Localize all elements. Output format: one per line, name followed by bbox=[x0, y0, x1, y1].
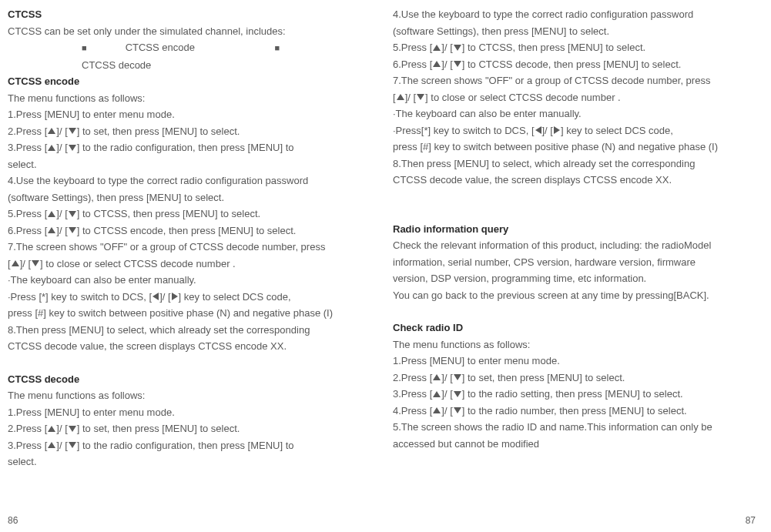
page-number-left: 86 bbox=[8, 515, 18, 526]
text-line: 8.Then press [MENU] to select, which alr… bbox=[393, 156, 739, 172]
text-line: (software Settings), then press [MENU] t… bbox=[8, 189, 347, 206]
up-icon bbox=[433, 61, 441, 67]
heading-check-id: Check radio ID bbox=[393, 320, 739, 336]
text-line: 4.Press []/ [] to the radio number, then… bbox=[393, 403, 739, 420]
text-line: 2.Press []/ [] to set, then press [MENU]… bbox=[393, 370, 739, 386]
text-line: 1.Press [MENU] to enter menu mode. bbox=[8, 404, 347, 421]
text-line: 5.Press []/ [] to CTCSS, then press [MEN… bbox=[8, 206, 347, 223]
text-line: 1.Press [MENU] to enter menu mode. bbox=[393, 353, 739, 370]
down-icon bbox=[32, 260, 39, 266]
heading-encode: CTCSS encode bbox=[8, 73, 347, 90]
square-icon: ■ bbox=[275, 40, 280, 57]
text-line: 4.Use the keyboard to type the correct r… bbox=[393, 6, 739, 23]
text-line: 4.Use the keyboard to type the correct r… bbox=[8, 172, 347, 189]
text-line: ·Press[*] key to switch to DCS, []/ [] k… bbox=[393, 122, 739, 139]
text-line: CTCSS decode value, the screen displays … bbox=[393, 172, 739, 189]
down-icon bbox=[69, 426, 76, 432]
text-line: The menu functions as follows: bbox=[8, 90, 347, 107]
up-icon bbox=[48, 128, 55, 134]
text-line: information, serial number, CPS version,… bbox=[393, 254, 739, 271]
up-icon bbox=[397, 94, 404, 100]
text-line: You can go back to the previous screen a… bbox=[393, 287, 739, 304]
blank-line bbox=[393, 189, 739, 205]
down-icon bbox=[417, 94, 424, 100]
text-line: 3.Press []/ [] to the radio configuratio… bbox=[8, 437, 347, 454]
up-icon bbox=[433, 407, 441, 413]
left-icon bbox=[153, 293, 159, 300]
down-icon bbox=[69, 227, 76, 233]
heading-decode: CTCSS decode bbox=[8, 371, 347, 388]
text-line: Check the relevant information of this p… bbox=[393, 237, 739, 254]
up-icon bbox=[48, 442, 55, 448]
text-line: []/ [] to close or select CTCSS decode n… bbox=[393, 89, 739, 106]
down-icon bbox=[454, 391, 461, 397]
blank-line bbox=[8, 355, 347, 371]
text-line: press [#] key to switch between positive… bbox=[8, 305, 347, 322]
text-line: 3.Press []/ [] to the radio setting, the… bbox=[393, 386, 739, 403]
down-icon bbox=[454, 407, 461, 413]
down-icon bbox=[454, 61, 461, 67]
up-icon bbox=[12, 260, 19, 266]
text-line: version, DSP version, programming time, … bbox=[393, 270, 739, 287]
page-number-right: 87 bbox=[746, 515, 756, 526]
text-line: 3.Press []/ [] to the radio configuratio… bbox=[8, 139, 347, 156]
down-icon bbox=[454, 374, 461, 380]
down-icon bbox=[454, 45, 461, 51]
text-line: 8.Then press [MENU] to select, which alr… bbox=[8, 322, 347, 339]
text-line: 7.The screen shows "OFF" or a group of C… bbox=[8, 239, 347, 256]
text-line: 1.Press [MENU] to enter menu mode. bbox=[8, 106, 347, 123]
text-line: 2.Press []/ [] to set, then press [MENU]… bbox=[8, 123, 347, 140]
down-icon bbox=[69, 145, 76, 151]
up-icon bbox=[48, 145, 55, 151]
sub-options: ■CTCSS encode ■CTCSS decode bbox=[82, 39, 347, 73]
right-icon bbox=[172, 293, 178, 300]
text-line: 6.Press []/ [] to CTCSS encode, then pre… bbox=[8, 223, 347, 239]
text-line: ·The keyboard can also be enter manually… bbox=[8, 272, 347, 289]
blank-line bbox=[393, 205, 739, 221]
text-line: select. bbox=[8, 453, 347, 470]
opt-encode: ■CTCSS encode bbox=[82, 42, 233, 53]
text-line: 2.Press []/ [] to set, then press [MENU]… bbox=[8, 420, 347, 437]
up-icon bbox=[433, 45, 441, 51]
blank-line bbox=[393, 303, 739, 320]
text-line: The menu functions as follows: bbox=[393, 336, 739, 353]
left-icon bbox=[535, 126, 541, 134]
square-icon: ■ bbox=[82, 40, 87, 57]
up-icon bbox=[48, 426, 55, 432]
text-line: The menu functions as follows: bbox=[8, 387, 347, 404]
up-icon bbox=[433, 374, 441, 380]
text-line: 5.The screen shows the radio ID and name… bbox=[393, 419, 739, 436]
heading-ctcss: CTCSS bbox=[8, 6, 347, 23]
up-icon bbox=[433, 391, 441, 397]
text-line: 5.Press []/ [] to CTCSS, then press [MEN… bbox=[393, 39, 739, 56]
up-icon bbox=[48, 227, 55, 233]
text-line: select. bbox=[8, 156, 347, 173]
heading-radio-info: Radio information query bbox=[393, 221, 739, 238]
text-line: ·The keyboard can also be enter manually… bbox=[393, 105, 739, 122]
down-icon bbox=[69, 211, 76, 217]
text-line: (software Settings), then press [MENU] t… bbox=[393, 23, 739, 40]
text-line: CTCSS decode value, the screen displays … bbox=[8, 338, 347, 355]
right-icon bbox=[554, 126, 560, 134]
up-icon bbox=[48, 211, 55, 217]
text-line: 7.The screen shows "OFF" or a group of C… bbox=[393, 72, 739, 89]
text-line: []/ [] to close or select CTCSS decode n… bbox=[8, 256, 347, 273]
left-column: CTCSS CTCSS can be set only under the si… bbox=[8, 6, 347, 532]
text-line: press [#] key to switch between positive… bbox=[393, 139, 739, 156]
down-icon bbox=[69, 128, 76, 134]
down-icon bbox=[69, 442, 76, 448]
text-line: 6.Press []/ [] to CTCSS decode, then pre… bbox=[393, 56, 739, 73]
text-line: accessed but cannot be modified bbox=[393, 436, 739, 453]
text-line: CTCSS can be set only under the simulate… bbox=[8, 23, 347, 40]
right-column: 4.Use the keyboard to type the correct r… bbox=[393, 6, 739, 532]
text-line: ·Press [*] key to switch to DCS, []/ [] … bbox=[8, 289, 347, 306]
